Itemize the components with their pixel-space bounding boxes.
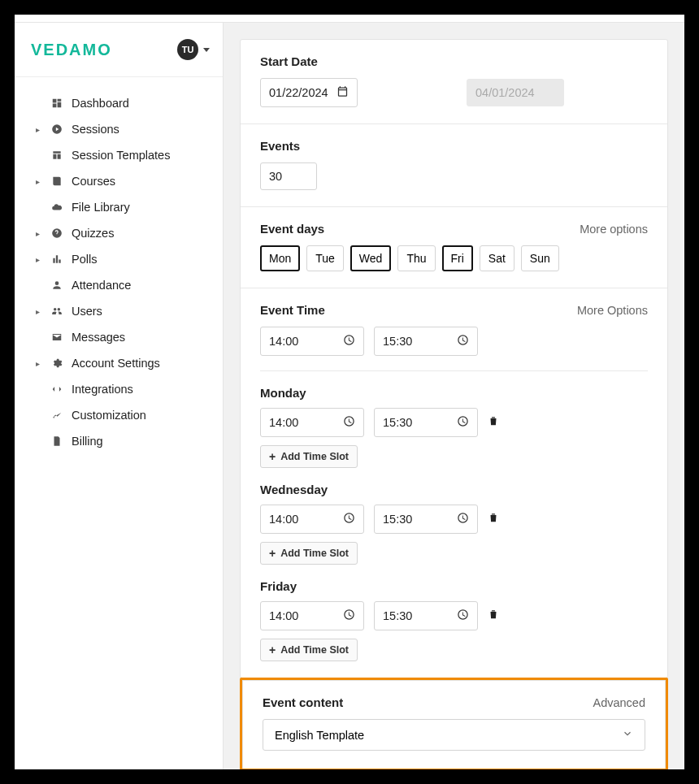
event-content-label: Event content (263, 695, 343, 709)
day-chips: MonTueWedThuFriSatSun (260, 245, 648, 271)
clock-icon (343, 512, 355, 526)
add-time-slot-label: Add Time Slot (280, 548, 349, 559)
events-label: Events (260, 139, 300, 153)
sidebar: VEDAMO TU Dashboard▸SessionsSession Temp… (15, 23, 224, 769)
template-select[interactable]: English Template (263, 719, 645, 751)
sidebar-item-quizzes[interactable]: ▸Quizzes (23, 220, 215, 246)
chevron-down-icon (622, 728, 633, 742)
expand-icon: ▸ (34, 178, 41, 184)
day-slot-row: 14:0015:30 (260, 601, 648, 630)
day-chip-tue[interactable]: Tue (306, 245, 344, 271)
section-events: Events 30 (241, 124, 667, 207)
default-end-time-input[interactable]: 15:30 (374, 327, 478, 356)
section-start-date: Start Date 01/22/2024 04/01/2024 (241, 40, 667, 124)
more-options-link[interactable]: More options (580, 223, 648, 236)
slot-end-input[interactable]: 15:30 (374, 505, 478, 534)
start-date-input[interactable]: 01/22/2024 (260, 78, 358, 107)
default-end-time: 15:30 (383, 335, 449, 348)
day-chip-fri[interactable]: Fri (442, 245, 473, 271)
sidebar-item-messages[interactable]: Messages (23, 324, 215, 350)
clock-icon (457, 609, 469, 623)
start-date-label: Start Date (260, 54, 318, 68)
brand-row: VEDAMO TU (15, 23, 223, 77)
day-chip-sat[interactable]: Sat (480, 245, 514, 271)
dashboard-icon (50, 97, 63, 110)
day-chip-sun[interactable]: Sun (521, 245, 559, 271)
form-card: Start Date 01/22/2024 04/01/2024 (240, 39, 668, 678)
add-time-slot-button[interactable]: +Add Time Slot (260, 542, 358, 565)
users-icon (50, 305, 63, 318)
add-time-slot-label: Add Time Slot (280, 451, 349, 462)
sidebar-item-file-library[interactable]: File Library (23, 194, 215, 220)
day-slot-name: Wednesday (260, 483, 648, 496)
slot-end-value: 15:30 (383, 513, 449, 526)
delete-slot-button[interactable] (488, 415, 499, 430)
section-event-time: Event Time More Options 14:00 15:30 (241, 288, 667, 678)
sidebar-item-courses[interactable]: ▸Courses (23, 168, 215, 194)
user-menu[interactable]: TU (177, 39, 210, 60)
chevron-down-icon (203, 48, 210, 52)
more-options-cap-link[interactable]: More Options (577, 304, 648, 317)
clock-icon (343, 415, 355, 430)
sidebar-item-dashboard[interactable]: Dashboard (23, 90, 215, 116)
sidebar-item-label: Customization (72, 409, 210, 422)
clock-icon (457, 334, 469, 349)
sidebar-item-account-settings[interactable]: ▸Account Settings (23, 350, 215, 376)
sidebar-item-sessions[interactable]: ▸Sessions (23, 116, 215, 142)
events-input[interactable]: 30 (260, 162, 317, 190)
expand-icon: ▸ (34, 308, 41, 314)
calendar-icon (336, 85, 349, 100)
sidebar-item-label: Account Settings (72, 357, 210, 370)
event-time-label: Event Time (260, 303, 325, 317)
slot-start-input[interactable]: 14:00 (260, 601, 364, 630)
sidebar-item-polls[interactable]: ▸Polls (23, 246, 215, 272)
default-start-time: 14:00 (269, 335, 335, 348)
delete-slot-button[interactable] (488, 512, 499, 526)
day-chip-wed[interactable]: Wed (350, 245, 392, 271)
top-bar (15, 15, 684, 23)
default-start-time-input[interactable]: 14:00 (260, 327, 364, 356)
attend-icon (50, 279, 63, 292)
main-content: Start Date 01/22/2024 04/01/2024 (224, 23, 684, 769)
delete-slot-button[interactable] (488, 609, 499, 623)
sidebar-item-customization[interactable]: Customization (23, 402, 215, 428)
day-slot-block: Friday14:0015:30+Add Time Slot (260, 579, 648, 661)
sidebar-item-billing[interactable]: Billing (23, 428, 215, 454)
book-icon (50, 175, 63, 188)
sidebar-item-label: Session Templates (72, 149, 210, 162)
day-slot-name: Monday (260, 386, 648, 400)
plus-icon: + (269, 547, 276, 560)
sidebar-item-integrations[interactable]: Integrations (23, 376, 215, 402)
sidebar-item-attendance[interactable]: Attendance (23, 272, 215, 298)
template-value: English Template (275, 729, 364, 742)
add-time-slot-button[interactable]: +Add Time Slot (260, 445, 358, 468)
sidebar-item-label: Attendance (72, 279, 210, 292)
help-icon (50, 227, 63, 240)
poll-icon (50, 253, 63, 266)
sidebar-item-label: Users (72, 305, 210, 318)
slot-start-value: 14:00 (269, 609, 335, 622)
slot-end-input[interactable]: 15:30 (374, 408, 478, 437)
sidebar-item-session-templates[interactable]: Session Templates (23, 142, 215, 168)
slot-start-value: 14:00 (269, 416, 335, 429)
sidebar-item-label: Integrations (72, 383, 210, 396)
end-date-value: 04/01/2024 (475, 86, 555, 99)
slot-start-input[interactable]: 14:00 (260, 408, 364, 437)
day-chip-mon[interactable]: Mon (260, 245, 300, 271)
sidebar-item-label: Billing (72, 435, 210, 448)
clock-icon (457, 512, 469, 526)
advanced-link[interactable]: Advanced (593, 696, 646, 709)
sidebar-item-users[interactable]: ▸Users (23, 298, 215, 324)
add-time-slot-label: Add Time Slot (280, 644, 349, 656)
plus-icon: + (269, 643, 276, 656)
slot-end-input[interactable]: 15:30 (374, 601, 478, 630)
slot-end-value: 15:30 (383, 609, 449, 622)
add-time-slot-button[interactable]: +Add Time Slot (260, 639, 358, 661)
start-date-value: 01/22/2024 (269, 86, 328, 99)
sidebar-item-label: Courses (72, 175, 210, 188)
sidebar-item-label: Sessions (72, 123, 210, 136)
slot-start-input[interactable]: 14:00 (260, 505, 364, 534)
bill-icon (50, 435, 63, 448)
day-chip-thu[interactable]: Thu (397, 245, 435, 271)
custom-icon (50, 409, 63, 422)
